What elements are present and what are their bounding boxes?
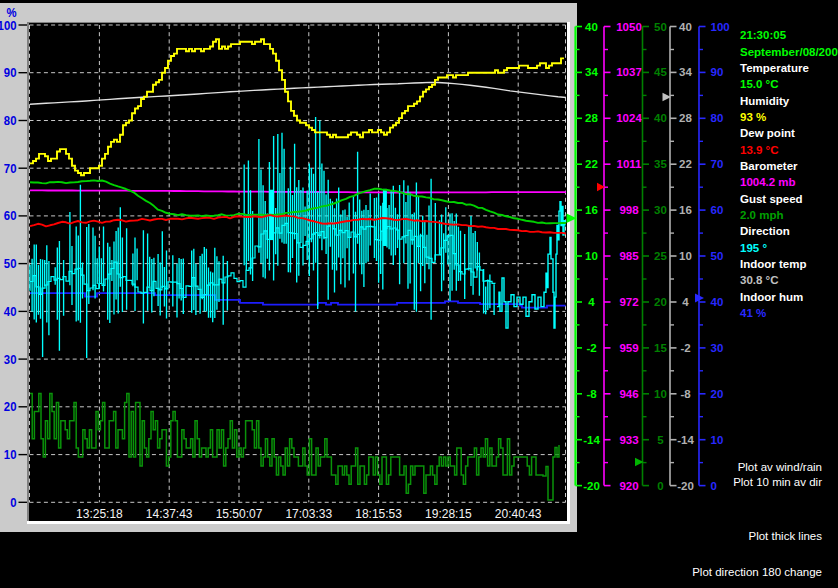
svg-text:972: 972 <box>619 296 638 308</box>
svg-text:34: 34 <box>679 66 692 78</box>
svg-text:1050: 1050 <box>616 21 642 33</box>
svg-text:35: 35 <box>654 158 667 170</box>
svg-text:1011: 1011 <box>617 158 643 170</box>
svg-text:30: 30 <box>711 342 724 354</box>
svg-text:4: 4 <box>588 296 595 308</box>
svg-text:920: 920 <box>619 480 638 492</box>
svg-text:28: 28 <box>679 112 692 124</box>
svg-text:40: 40 <box>711 296 724 308</box>
svg-text:0: 0 <box>711 480 717 492</box>
svg-text:45: 45 <box>654 66 667 78</box>
svg-text:100: 100 <box>711 21 730 33</box>
svg-text:30: 30 <box>654 204 667 216</box>
svg-text:-14: -14 <box>677 434 694 446</box>
svg-text:-2: -2 <box>680 342 690 354</box>
svg-text:-8: -8 <box>586 388 597 400</box>
svg-text:40: 40 <box>654 112 667 124</box>
svg-text:933: 933 <box>619 434 638 446</box>
svg-text:5: 5 <box>657 434 664 446</box>
svg-text:1037: 1037 <box>616 66 642 78</box>
svg-text:16: 16 <box>585 204 598 216</box>
svg-text:90: 90 <box>711 66 724 78</box>
svg-text:998: 998 <box>619 204 639 216</box>
svg-text:20: 20 <box>711 388 724 400</box>
svg-text:-8: -8 <box>680 388 691 400</box>
svg-text:28: 28 <box>585 112 598 124</box>
svg-text:70: 70 <box>711 158 724 170</box>
svg-text:22: 22 <box>679 158 692 170</box>
svg-text:40: 40 <box>679 21 692 33</box>
svg-text:10: 10 <box>711 434 724 446</box>
svg-text:50: 50 <box>711 250 724 262</box>
svg-text:-14: -14 <box>583 434 600 446</box>
svg-text:15: 15 <box>654 342 667 354</box>
svg-text:16: 16 <box>679 204 692 216</box>
svg-text:50: 50 <box>654 21 667 33</box>
svg-text:34: 34 <box>585 66 598 78</box>
svg-text:-20: -20 <box>677 480 694 492</box>
svg-text:80: 80 <box>711 112 724 124</box>
svg-text:0: 0 <box>657 480 663 492</box>
svg-text:4: 4 <box>682 296 689 308</box>
svg-text:40: 40 <box>585 21 598 33</box>
svg-text:20: 20 <box>654 296 667 308</box>
svg-text:10: 10 <box>679 250 692 262</box>
svg-text:10: 10 <box>585 250 598 262</box>
svg-text:985: 985 <box>619 250 639 262</box>
svg-text:946: 946 <box>619 388 638 400</box>
svg-text:1024: 1024 <box>616 112 642 124</box>
svg-text:10: 10 <box>654 388 667 400</box>
svg-text:-2: -2 <box>586 342 596 354</box>
svg-text:22: 22 <box>585 158 598 170</box>
svg-text:25: 25 <box>654 250 667 262</box>
svg-text:60: 60 <box>711 204 724 216</box>
svg-text:-20: -20 <box>583 480 600 492</box>
svg-text:959: 959 <box>619 342 638 354</box>
